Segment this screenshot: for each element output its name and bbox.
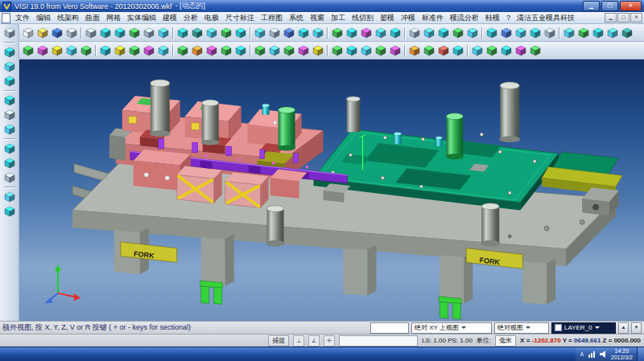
- menu-item[interactable]: 尺寸标注: [222, 13, 258, 23]
- cad-tool-icon[interactable]: [2, 170, 17, 185]
- menu-item[interactable]: 编辑: [33, 13, 54, 23]
- cad-tool-icon[interactable]: [113, 26, 127, 40]
- units-value[interactable]: 毫米: [495, 335, 516, 347]
- menu-item[interactable]: 实体编辑: [124, 13, 159, 23]
- cad-tool-icon[interactable]: [388, 43, 402, 58]
- cad-tool-icon[interactable]: [465, 26, 480, 40]
- menu-item[interactable]: 建模: [159, 13, 180, 23]
- cad-tool-icon[interactable]: [113, 43, 127, 58]
- cad-tool-icon[interactable]: [253, 43, 267, 58]
- cad-tool-icon[interactable]: [311, 26, 325, 40]
- menu-item[interactable]: 加工: [328, 13, 349, 23]
- cad-tool-icon[interactable]: [190, 26, 204, 40]
- cad-tool-icon[interactable]: [142, 43, 156, 58]
- menu-item[interactable]: 视窗: [307, 13, 328, 23]
- view-mode-combo[interactable]: 绝对 XY 上视图: [411, 322, 492, 334]
- menu-item[interactable]: 工程图: [258, 13, 286, 23]
- menu-item[interactable]: 电极: [201, 13, 222, 23]
- cad-tool-icon[interactable]: [127, 26, 142, 40]
- close-button[interactable]: ✕: [620, 1, 642, 11]
- mdi-restore-button[interactable]: ▢: [617, 13, 630, 23]
- cad-tool-icon[interactable]: [267, 26, 282, 40]
- cad-tool-icon[interactable]: [219, 43, 233, 58]
- cad-tool-icon[interactable]: [620, 26, 634, 40]
- angle-snap-icon[interactable]: ∠: [308, 335, 320, 347]
- snap-value-field[interactable]: [339, 335, 418, 347]
- cad-tool-icon[interactable]: [2, 156, 17, 170]
- cad-tool-icon[interactable]: [64, 26, 79, 40]
- cad-tool-icon[interactable]: [2, 74, 17, 88]
- cad-tool-icon[interactable]: [591, 26, 605, 40]
- cad-tool-icon[interactable]: [98, 26, 113, 40]
- menu-item[interactable]: 模流分析: [447, 13, 482, 23]
- menu-item[interactable]: 曲面: [82, 13, 103, 23]
- cad-tool-icon[interactable]: [388, 26, 402, 40]
- show-desktop-button[interactable]: [637, 347, 644, 361]
- cad-tool-icon[interactable]: [528, 26, 543, 40]
- menu-item[interactable]: 鞋模: [482, 13, 503, 23]
- cad-tool-icon[interactable]: [2, 59, 17, 74]
- cad-tool-icon[interactable]: [422, 26, 436, 40]
- mdi-close-button[interactable]: ✕: [630, 13, 642, 23]
- cad-tool-icon[interactable]: [470, 43, 485, 58]
- cad-tool-icon[interactable]: [485, 43, 499, 58]
- cad-tool-icon[interactable]: [374, 43, 388, 58]
- cad-tool-icon[interactable]: [127, 43, 142, 58]
- layer-down-button[interactable]: ▼: [631, 322, 642, 334]
- cad-tool-icon[interactable]: [345, 43, 359, 58]
- cad-tool-icon[interactable]: [499, 26, 514, 40]
- cad-tool-icon[interactable]: [2, 204, 17, 219]
- cad-tool-icon[interactable]: [282, 43, 296, 58]
- cad-tool-icon[interactable]: [21, 43, 35, 58]
- cad-tool-icon[interactable]: [543, 26, 557, 40]
- cad-tool-icon[interactable]: [311, 43, 325, 58]
- ortho-snap-icon[interactable]: ⊥: [293, 335, 304, 347]
- maximize-button[interactable]: ▢: [601, 1, 618, 11]
- cad-tool-icon[interactable]: [359, 26, 374, 40]
- cad-tool-icon[interactable]: [35, 43, 50, 58]
- cad-tool-icon[interactable]: [2, 93, 17, 108]
- tray-expand-icon[interactable]: ∧: [580, 351, 584, 358]
- cad-tool-icon[interactable]: [330, 26, 345, 40]
- cad-tool-icon[interactable]: [98, 43, 113, 58]
- snap-toggle-button[interactable]: 捕捉: [268, 335, 289, 347]
- cad-tool-icon[interactable]: [50, 26, 64, 40]
- cad-tool-icon[interactable]: [605, 26, 620, 40]
- cad-tool-icon[interactable]: [79, 43, 93, 58]
- menu-item[interactable]: 清洁五金模具科技: [514, 13, 578, 23]
- cad-tool-icon[interactable]: [359, 43, 374, 58]
- cad-tool-icon[interactable]: [21, 26, 35, 40]
- cad-tool-icon[interactable]: [436, 26, 451, 40]
- cad-tool-icon[interactable]: [2, 122, 17, 137]
- mdi-minimize-button[interactable]: ▁: [605, 13, 617, 23]
- 3d-viewport[interactable]: FORK FORK: [19, 59, 644, 321]
- viewport-3d-scene[interactable]: FORK FORK: [19, 59, 644, 321]
- volume-icon[interactable]: [600, 351, 607, 358]
- cad-tool-icon[interactable]: [451, 26, 465, 40]
- cad-tool-icon[interactable]: [233, 43, 248, 58]
- cad-tool-icon[interactable]: [50, 43, 64, 58]
- cad-tool-icon[interactable]: [253, 26, 267, 40]
- taskbar-clock[interactable]: 14:20 2012/3/2: [611, 348, 633, 361]
- cad-tool-icon[interactable]: [156, 43, 171, 58]
- menu-item[interactable]: 线架构: [54, 13, 82, 23]
- cad-tool-icon[interactable]: [576, 26, 591, 40]
- cad-tool-icon[interactable]: [84, 26, 98, 40]
- cad-tool-icon[interactable]: [499, 43, 514, 58]
- cad-tool-icon[interactable]: [451, 43, 465, 58]
- menu-item[interactable]: 冲模: [398, 13, 419, 23]
- layer-up-button[interactable]: ▲: [618, 322, 629, 334]
- cad-tool-icon[interactable]: [35, 26, 50, 40]
- menu-item[interactable]: 系统: [286, 13, 307, 23]
- cad-tool-icon[interactable]: [436, 43, 451, 58]
- layer-combo[interactable]: LAYER_0: [551, 322, 616, 334]
- menu-item[interactable]: 文件: [12, 13, 33, 23]
- cad-tool-icon[interactable]: [282, 26, 296, 40]
- cad-tool-icon[interactable]: [267, 43, 282, 58]
- cad-tool-icon[interactable]: [345, 26, 359, 40]
- cad-tool-icon[interactable]: [156, 26, 171, 40]
- menu-item[interactable]: 塑模: [377, 13, 398, 23]
- cad-tool-icon[interactable]: [514, 26, 528, 40]
- grid-snap-icon[interactable]: ✛: [324, 335, 335, 347]
- menu-item[interactable]: 标准件: [419, 13, 447, 23]
